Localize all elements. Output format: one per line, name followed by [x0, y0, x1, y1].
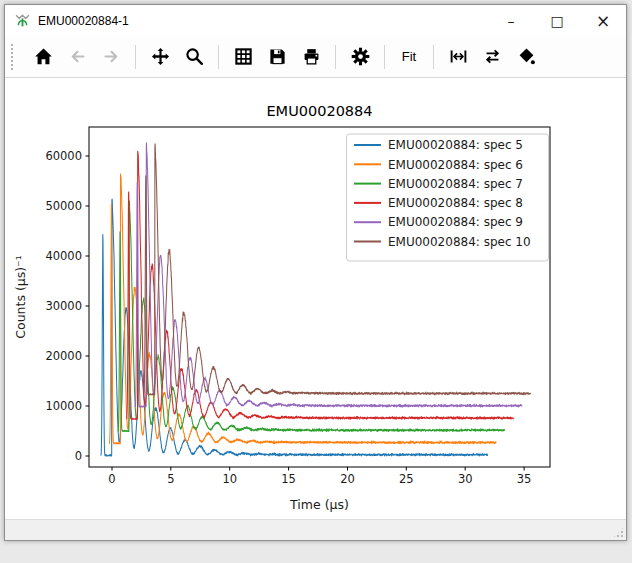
customize-button[interactable]	[345, 42, 375, 72]
save-floppy-icon	[268, 47, 287, 66]
back-arrow-icon	[68, 47, 87, 66]
x-tick-label: 10	[222, 472, 237, 486]
close-button[interactable]: ×	[580, 5, 626, 36]
minimize-button[interactable]: –	[488, 5, 534, 36]
legend-label: EMU00020884: spec 8	[388, 196, 523, 210]
fill-color-icon	[517, 47, 536, 66]
forward-arrow-icon	[102, 47, 121, 66]
zoom-button[interactable]	[179, 42, 209, 72]
y-tick-label: 40000	[45, 249, 82, 263]
status-message	[5, 520, 626, 526]
toolbar-separator	[218, 45, 219, 69]
mantid-logo-icon	[14, 12, 31, 29]
pan-button[interactable]	[145, 42, 175, 72]
status-bar	[5, 519, 626, 540]
forward-button[interactable]	[96, 42, 126, 72]
home-button[interactable]	[28, 42, 58, 72]
y-tick-label: 30000	[45, 299, 82, 313]
window-title: EMU00020884-1	[38, 14, 129, 28]
grid-button[interactable]	[228, 42, 258, 72]
legend-label: EMU00020884: spec 5	[388, 138, 523, 152]
legend-label: EMU00020884: spec 6	[388, 158, 523, 172]
legend-label: EMU00020884: spec 10	[388, 235, 531, 249]
legend-label: EMU00020884: spec 7	[388, 177, 523, 191]
maximize-button[interactable]: □	[534, 5, 580, 36]
pan-icon	[151, 47, 170, 66]
scale-width-icon	[449, 47, 468, 66]
grid-icon	[234, 47, 253, 66]
y-tick-label: 10000	[45, 399, 82, 413]
save-button[interactable]	[262, 42, 292, 72]
y-tick-label: 0	[75, 449, 82, 463]
x-tick-label: 30	[458, 472, 473, 486]
print-button[interactable]	[296, 42, 326, 72]
fit-button[interactable]: Fit	[394, 42, 424, 72]
plot-window: EMU00020884-1 – □ ×	[4, 4, 627, 541]
x-tick-label: 25	[399, 472, 414, 486]
y-axis-label: Counts (μs)⁻¹	[13, 255, 28, 338]
x-tick-label: 5	[167, 472, 174, 486]
resize-grip-icon[interactable]	[613, 527, 624, 538]
y-tick-label: 50000	[45, 199, 82, 213]
y-tick-label: 20000	[45, 349, 82, 363]
x-tick-label: 15	[281, 472, 296, 486]
toolbar-separator	[135, 45, 136, 69]
toolbar-separator	[384, 45, 385, 69]
x-axis-label: Time (μs)	[289, 497, 349, 512]
swap-axes-button[interactable]	[477, 42, 507, 72]
toolbar-separator	[433, 45, 434, 69]
gear-icon	[351, 47, 370, 66]
home-icon	[34, 47, 53, 66]
legend: EMU00020884: spec 5EMU00020884: spec 6EM…	[347, 134, 549, 261]
fill-color-button[interactable]	[511, 42, 541, 72]
chart-title: EMU00020884	[266, 103, 372, 119]
title-bar[interactable]: EMU00020884-1 – □ ×	[5, 5, 626, 36]
x-tick-label: 35	[517, 472, 532, 486]
scale-width-button[interactable]	[443, 42, 473, 72]
x-tick-label: 0	[108, 472, 115, 486]
toolbar-separator	[335, 45, 336, 69]
magnifier-icon	[185, 47, 204, 66]
y-tick-label: 60000	[45, 149, 82, 163]
plot-canvas[interactable]: 0510152025303501000020000300004000050000…	[5, 78, 626, 519]
legend-label: EMU00020884: spec 9	[388, 215, 523, 229]
printer-icon	[302, 47, 321, 66]
figure: 0510152025303501000020000300004000050000…	[5, 78, 626, 519]
swap-axes-icon	[483, 47, 502, 66]
x-tick-label: 20	[340, 472, 355, 486]
toolbar-drag-handle[interactable]	[11, 44, 16, 70]
back-button[interactable]	[62, 42, 92, 72]
plot-toolbar: Fit	[5, 36, 626, 78]
